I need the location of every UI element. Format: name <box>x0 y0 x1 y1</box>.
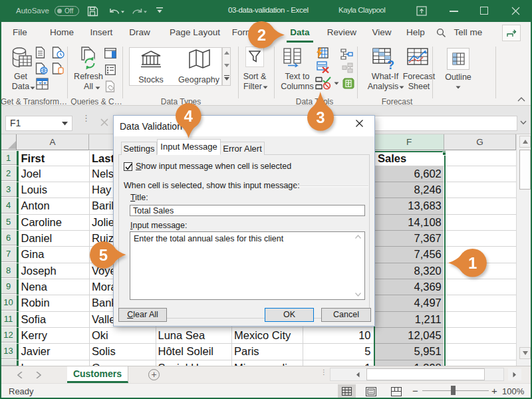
svg-text:2: 2 <box>257 26 266 44</box>
svg-text:5: 5 <box>99 246 108 264</box>
svg-text:?: ? <box>387 59 394 70</box>
svg-text:4: 4 <box>184 107 193 125</box>
svg-text:3: 3 <box>316 108 325 126</box>
svg-text:1: 1 <box>468 253 477 271</box>
